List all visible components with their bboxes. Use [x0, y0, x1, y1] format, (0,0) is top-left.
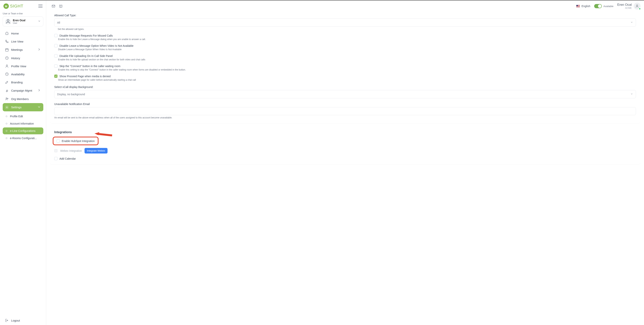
chevron-right-icon: [37, 48, 41, 52]
nav-label: Live View: [11, 40, 24, 43]
checkbox-webex[interactable]: [54, 149, 58, 152]
calendar-row: Add Calendar: [54, 157, 636, 160]
edit-icon: [5, 80, 9, 84]
chevron-down-icon: [630, 92, 633, 96]
clock-icon: [5, 72, 9, 76]
sidebar-header: M SIGHT: [0, 0, 46, 11]
vcall-bg-select[interactable]: Display, no background: [54, 90, 636, 98]
presence-dot-icon: [639, 8, 641, 10]
mail-icon[interactable]: [52, 4, 56, 8]
nav-label: Settings: [11, 106, 22, 109]
nav-label: Logout: [11, 319, 20, 322]
checkbox-hubspot[interactable]: [56, 139, 60, 142]
check-desc: Disable Leave a Message Option When Vide…: [58, 48, 636, 51]
bullet-icon: [6, 116, 7, 117]
webex-label: Webex Integration: [60, 149, 82, 152]
svg-point-0: [7, 20, 9, 22]
home-icon: [5, 32, 9, 35]
subnav-eline-config[interactable]: e-Line Configurations: [3, 128, 43, 134]
team-name: Eren Ocal: [13, 19, 36, 22]
settings-submenu: Profile Edit Account Information e-Line …: [0, 112, 46, 143]
app-root: M SIGHT User or Team e-line Eren Ocal Us…: [0, 0, 644, 325]
nav-org-members[interactable]: Org Members: [3, 95, 43, 103]
allowed-call-type-select[interactable]: All: [54, 18, 636, 27]
subnav-erooms-config[interactable]: e-Rooms Configurati...: [3, 135, 43, 142]
nav-campaign-mgmt[interactable]: Campaign Mgmt: [3, 86, 43, 95]
nav-profile-view[interactable]: Profile View: [3, 62, 43, 70]
unavail-email-input[interactable]: [54, 107, 636, 115]
vcall-bg-label: Select vCall display Background:: [54, 86, 636, 88]
nav-availability[interactable]: Availability: [3, 70, 43, 78]
nav-meetings[interactable]: Meetings: [3, 46, 43, 54]
book-icon[interactable]: [59, 4, 63, 8]
user-org: ACME: [617, 7, 632, 10]
subnav-label: Account Information: [10, 122, 34, 125]
allowed-call-type-label: Allowed Call Type:: [54, 14, 636, 17]
nav-label: Branding: [11, 81, 22, 84]
unavail-email-label: Unavailable Notification Email: [54, 102, 636, 106]
nav-label: Availability: [11, 73, 25, 76]
check-skip-connect: Skip the "Connect" button in the caller …: [54, 64, 636, 71]
subnav-account-info[interactable]: Account Information: [3, 120, 43, 127]
flag-us-icon: [576, 5, 580, 8]
availability-label: Available: [603, 5, 614, 8]
nav-home[interactable]: Home: [3, 30, 43, 37]
checkbox-calendar[interactable]: [54, 157, 58, 160]
sidebar: M SIGHT User or Team e-line Eren Ocal Us…: [0, 0, 46, 325]
language-selector[interactable]: English: [576, 4, 590, 8]
allowed-call-type-hint: Set the allowed call types.: [58, 28, 636, 30]
arrow-annotation-icon: [92, 124, 114, 145]
main-nav: Home Live View Meetings History Profile …: [0, 29, 46, 112]
check-desc: Enable this to hide the Leave a Message …: [58, 38, 636, 40]
svg-point-6: [7, 98, 8, 99]
check-label: Skip the "Connect" button in the caller …: [60, 64, 120, 68]
nav-history[interactable]: History: [3, 54, 43, 62]
team-selector[interactable]: Eren Ocal User: [3, 16, 43, 26]
bullet-icon: [6, 123, 7, 124]
phone-icon: [5, 40, 9, 43]
unavail-email-hint: An email will be sent to the above email…: [54, 116, 636, 119]
users-icon: [5, 97, 9, 101]
main-area: English Available Eren Ocal ACME: [46, 0, 644, 325]
checkbox[interactable]: [54, 44, 58, 47]
webex-row: Webex Integration Integrate Webex: [54, 148, 636, 154]
svg-point-3: [6, 65, 8, 66]
chevron-right-icon: [37, 88, 41, 93]
check-disable-missed-msg: Disable Message Requests For Missed Call…: [54, 34, 636, 40]
svg-rect-1: [6, 49, 8, 51]
nav-live-view[interactable]: Live View: [3, 38, 43, 45]
highlight-annotation: Enable HubSpot Integration: [53, 137, 98, 145]
subnav-profile-edit[interactable]: Profile Edit: [3, 113, 43, 120]
check-label: Disable File Uploading On In Call Side P…: [60, 54, 113, 58]
checkbox[interactable]: [54, 34, 58, 37]
content-scroll[interactable]: Allowed Call Type: All Set the allowed c…: [46, 12, 644, 325]
nav-label: Profile View: [11, 64, 26, 68]
profile-icon: [5, 64, 9, 68]
check-label: Disable Leave a Message Option When Vide…: [60, 44, 134, 47]
user-menu[interactable]: Eren Ocal ACME: [617, 3, 640, 10]
nav-label: History: [11, 56, 20, 60]
check-desc: Enable this to hide file upload section …: [58, 58, 636, 61]
check-desc: Enable this setting to skip the "Connect…: [58, 68, 636, 71]
checkbox[interactable]: [54, 64, 58, 68]
integrate-webex-button[interactable]: Integrate Webex: [84, 148, 107, 154]
nav-label: Meetings: [11, 48, 23, 51]
subnav-label: e-Line Configurations: [10, 129, 36, 132]
check-disable-file-upload: Disable File Uploading On In Call Side P…: [54, 54, 636, 61]
nav-branding[interactable]: Branding: [3, 78, 43, 86]
bullet-icon: [6, 130, 7, 132]
chevron-down-icon: [630, 21, 633, 24]
select-value: All: [57, 21, 60, 24]
checkbox[interactable]: [54, 74, 58, 78]
avatar-icon: [634, 3, 640, 10]
calendar-label: Add Calendar: [60, 157, 76, 160]
logo-text: SIGHT: [10, 4, 24, 8]
nav-logout[interactable]: Logout: [3, 316, 43, 324]
nav-label: Campaign Mgmt: [11, 89, 32, 92]
availability-toggle[interactable]: [594, 4, 602, 8]
calendar-icon: [5, 48, 9, 52]
nav-settings[interactable]: Settings: [3, 103, 43, 111]
checkbox[interactable]: [54, 54, 58, 58]
logo[interactable]: M SIGHT: [4, 4, 24, 9]
hamburger-icon[interactable]: [38, 4, 42, 8]
